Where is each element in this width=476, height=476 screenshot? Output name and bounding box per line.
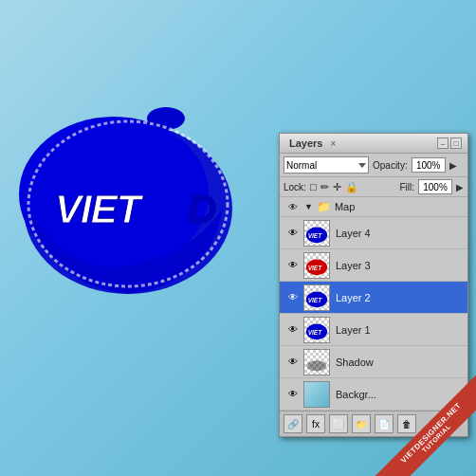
fx-button[interactable]: fx (306, 414, 325, 433)
layer4-thumb: VIET (303, 220, 330, 247)
blend-mode-select[interactable]: Normal Dissolve Multiply Screen (284, 156, 369, 174)
fill-arrow[interactable]: ▶ (456, 182, 464, 192)
svg-point-14 (307, 360, 326, 371)
watermark-container: VIETDESIGNER.NET TUTORIAL (343, 343, 476, 476)
opacity-label: Opacity: (373, 160, 408, 171)
bg-thumb (303, 381, 330, 408)
panel-titlebar: Layers × – □ (280, 134, 467, 154)
layer1-thumb: VIET (303, 317, 330, 343)
lock-label: Lock: (284, 182, 306, 192)
layer1-eye[interactable]: 👁 (286, 323, 300, 337)
layers-tab-close[interactable]: × (330, 138, 336, 149)
folder-icon: 📁 (317, 200, 331, 213)
fill-label: Fill: (399, 182, 414, 192)
layer3-thumb: VIET (303, 252, 330, 279)
group-eye-icon[interactable]: 👁 (286, 200, 300, 213)
layers-tab-label[interactable]: Layers (285, 137, 326, 150)
layer2-eye[interactable]: 👁 (286, 291, 300, 304)
layer4-name: Layer 4 (336, 228, 371, 239)
shadow-thumb (303, 349, 330, 375)
minimize-button[interactable]: – (437, 137, 449, 149)
watermark-line1: VIETDESIGNER.NET (375, 376, 476, 476)
group-expand-icon[interactable]: ▼ (304, 202, 313, 211)
fill-input[interactable] (418, 179, 452, 194)
shadow-eye[interactable]: 👁 (286, 356, 300, 369)
layer4-eye[interactable]: 👁 (286, 227, 300, 240)
svg-text:VIET: VIET (55, 187, 144, 231)
lock-row: Lock: □ ✏ ✛ 🔒 Fill: ▶ (280, 177, 467, 197)
svg-text:VIET: VIET (308, 328, 322, 335)
group-name: Map (335, 201, 355, 212)
layer1-name: Layer 1 (336, 324, 371, 336)
layer-item[interactable]: 👁 VIET Layer 4 (280, 217, 467, 249)
bg-eye[interactable]: 👁 (286, 388, 300, 401)
watermark-ribbon: VIETDESIGNER.NET TUTORIAL (371, 373, 476, 476)
panel-controls: – □ (437, 137, 462, 149)
layer-item[interactable]: 👁 VIET Layer 1 (280, 314, 467, 346)
lock-all-icon[interactable]: 🔒 (345, 181, 358, 193)
layer-item-selected[interactable]: 👁 VIET Layer 2 (280, 282, 467, 314)
panel-title-tabs: Layers × (285, 137, 336, 150)
maximize-button[interactable]: □ (450, 137, 462, 149)
lock-transparent-icon[interactable]: □ (310, 181, 317, 192)
blend-mode-row: Normal Dissolve Multiply Screen Opacity:… (280, 154, 467, 177)
svg-text:VIET: VIET (308, 264, 322, 270)
svg-text:D: D (188, 187, 216, 231)
opacity-arrow[interactable]: ▶ (449, 160, 457, 171)
layer2-name: Layer 2 (336, 292, 371, 303)
lock-brush-icon[interactable]: ✏ (320, 181, 329, 193)
opacity-input[interactable] (412, 157, 446, 173)
layer3-eye[interactable]: 👁 (286, 259, 300, 272)
layer-item[interactable]: 👁 VIET Layer 3 (280, 249, 467, 282)
lock-move-icon[interactable]: ✛ (333, 181, 341, 193)
layer-group-header[interactable]: 👁 ▼ 📁 Map (280, 197, 467, 217)
svg-text:VIET: VIET (308, 296, 322, 302)
link-layers-button[interactable]: 🔗 (284, 414, 302, 433)
viet-logo: VIET D (19, 57, 265, 322)
svg-text:VIET: VIET (308, 231, 322, 238)
layer3-name: Layer 3 (336, 260, 371, 271)
layer2-thumb: VIET (303, 284, 330, 311)
